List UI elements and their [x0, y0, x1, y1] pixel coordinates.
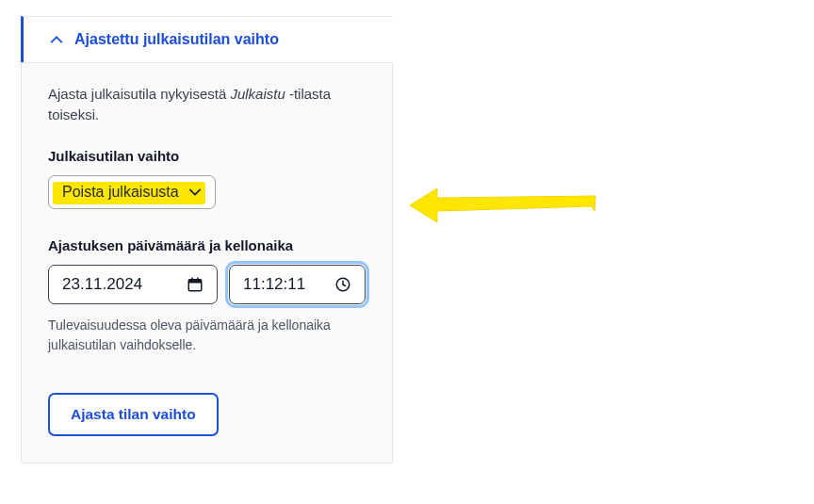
datetime-row: 23.11.2024 11:12:11	[48, 265, 366, 304]
schedule-help: Tulevaisuudessa oleva päivämäärä ja kell…	[48, 316, 366, 355]
panel-description: Ajasta julkaisutila nykyisestä Julkaistu…	[48, 84, 366, 125]
scheduled-state-change-panel: Ajastettu julkaisutilan vaihto Ajasta ju…	[21, 16, 393, 463]
arrow-annotation	[407, 183, 600, 230]
state-change-value: Poista julkaisusta	[62, 184, 179, 201]
schedule-label: Ajastuksen päivämäärä ja kellonaika	[48, 237, 366, 253]
panel-toggle[interactable]: Ajastettu julkaisutilan vaihto	[21, 16, 393, 62]
state-change-label: Julkaisutilan vaihto	[48, 148, 366, 164]
panel-body: Ajasta julkaisutila nykyisestä Julkaistu…	[21, 62, 393, 463]
clock-icon	[334, 276, 351, 293]
time-input[interactable]: 11:12:11	[229, 265, 366, 304]
time-value: 11:12:11	[243, 275, 305, 294]
date-value: 23.11.2024	[62, 275, 142, 294]
schedule-submit-button[interactable]: Ajasta tilan vaihto	[48, 393, 219, 436]
desc-em: Julkaistu	[230, 86, 285, 102]
svg-rect-1	[188, 279, 202, 283]
state-change-select[interactable]: Poista julkaisusta	[48, 175, 216, 209]
calendar-icon	[187, 276, 204, 293]
desc-prefix: Ajasta julkaisutila nykyisestä	[48, 86, 230, 102]
panel-title: Ajastettu julkaisutilan vaihto	[74, 31, 279, 48]
chevron-down-icon	[188, 186, 202, 199]
chevron-up-icon	[50, 33, 63, 46]
date-input[interactable]: 23.11.2024	[48, 265, 218, 304]
